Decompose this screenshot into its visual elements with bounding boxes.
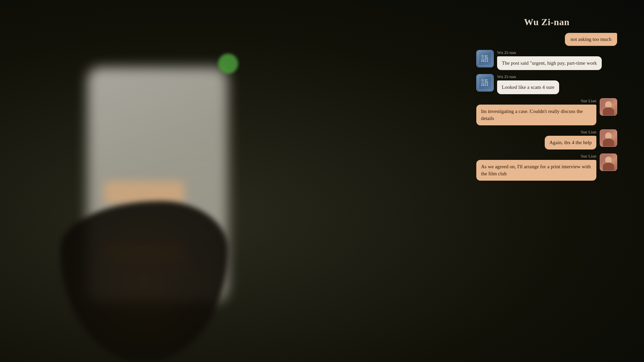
message-bubble-0: not asking too much — [565, 33, 617, 46]
message-meta-4: Sue Lian Again, thx 4 the help — [545, 129, 596, 149]
message-row-5: Sue Lian As we agreed on, I'll arrange f… — [476, 154, 617, 181]
avatar-sue-4 — [600, 129, 617, 147]
message-bubble-5: As we agreed on, I'll arrange for a prin… — [476, 160, 596, 181]
avatar-sue-5 — [600, 154, 617, 171]
message-meta-1: Wu Zi-nan The post said "urgent, high pa… — [497, 50, 602, 70]
chat-panel: Wu Zi-nan not asking too much 語 Wu Zi-na… — [476, 17, 617, 181]
phone-message-blur-1 — [104, 181, 184, 204]
wu-avatar-char: 語 — [481, 54, 489, 64]
avatar-wu-1: 語 — [476, 50, 494, 67]
message-row-0: not asking too much — [476, 33, 617, 46]
message-bubble-3: Im investigating a case. Couldn't really… — [476, 105, 596, 125]
message-meta-3: Sue Lian Im investigating a case. Couldn… — [476, 98, 596, 125]
message-bubble-2: Looked like a scam 4 sure — [497, 80, 559, 94]
sender-name-2: Wu Zi-nan — [497, 74, 559, 79]
green-orb — [218, 54, 238, 74]
avatar-sue-3 — [600, 98, 617, 116]
message-row-4: Sue Lian Again, thx 4 the help — [476, 129, 617, 149]
message-row-1: 語 Wu Zi-nan The post said "urgent, high … — [476, 50, 617, 70]
message-meta-2: Wu Zi-nan Looked like a scam 4 sure — [497, 74, 559, 94]
avatar-wu-2: 語 — [476, 74, 494, 92]
sender-name-5: Sue Lian — [581, 154, 596, 159]
message-bubble-1: The post said "urgent, high pay, part-ti… — [497, 56, 602, 70]
message-meta-5: Sue Lian As we agreed on, I'll arrange f… — [476, 154, 596, 181]
sender-name-1: Wu Zi-nan — [497, 50, 602, 55]
message-bubble-4: Again, thx 4 the help — [545, 136, 596, 149]
message-row-2: 語 Wu Zi-nan Looked like a scam 4 sure — [476, 74, 617, 94]
sender-name-3: Sue Lian — [581, 98, 596, 104]
sender-name-4: Sue Lian — [581, 129, 596, 135]
chat-header: Wu Zi-nan — [476, 17, 617, 27]
wu-avatar-char-2: 語 — [481, 78, 489, 88]
message-row-3: Sue Lian Im investigating a case. Couldn… — [476, 98, 617, 125]
